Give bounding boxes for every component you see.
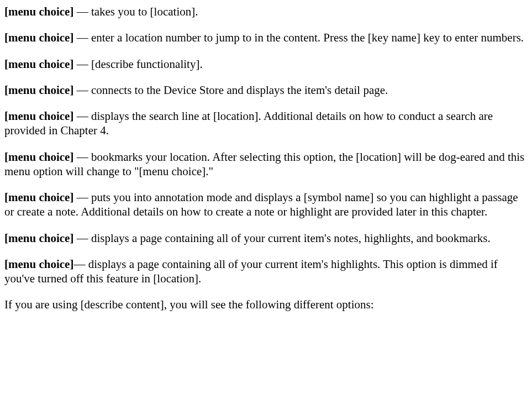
paragraph: [menu choice] — [describe functionality]… (4, 57, 528, 71)
paragraph: [menu choice] — displays a page containi… (4, 231, 528, 245)
paragraph: If you are using [describe content], you… (4, 297, 528, 312)
paragraph-text: — displays a page containing all of your… (73, 232, 490, 245)
paragraph-text: — displays a page containing all of your… (4, 258, 498, 285)
paragraph-text: — connects to the Device Store and displ… (73, 83, 388, 97)
paragraph-text: — bookmarks your location. After selecti… (4, 150, 524, 178)
menu-choice-label: [menu choice] (4, 150, 73, 164)
menu-choice-label: [menu choice] (4, 57, 73, 71)
paragraph-text: — takes you to [location]. (73, 5, 198, 18)
paragraph-text: — [describe functionality]. (73, 57, 202, 71)
paragraph-text: If you are using [describe content], you… (4, 298, 374, 311)
menu-choice-label: [menu choice] (4, 31, 73, 44)
menu-choice-label: [menu choice] (4, 191, 73, 204)
paragraph-text: — enter a location number to jump to in … (73, 31, 524, 44)
menu-choice-label: [menu choice] (4, 5, 73, 18)
paragraph: [menu choice] — bookmarks your location.… (4, 150, 528, 179)
menu-choice-label: [menu choice] (4, 258, 73, 271)
paragraph: [menu choice] — enter a location number … (4, 30, 528, 45)
paragraph-text: — puts you into annotation mode and disp… (4, 191, 518, 218)
menu-choice-label: [menu choice] (4, 109, 73, 123)
paragraph-text: — displays the search line at [location]… (4, 109, 493, 137)
menu-choice-label: [menu choice] (4, 232, 73, 245)
paragraph: [menu choice] — connects to the Device S… (4, 83, 528, 97)
document-body: [menu choice] — takes you to [location].… (4, 4, 528, 312)
paragraph: [menu choice]— displays a page containin… (4, 257, 528, 286)
paragraph: [menu choice] — displays the search line… (4, 109, 528, 138)
paragraph: [menu choice] — puts you into annotation… (4, 190, 528, 219)
menu-choice-label: [menu choice] (4, 83, 73, 97)
paragraph: [menu choice] — takes you to [location]. (4, 4, 528, 19)
